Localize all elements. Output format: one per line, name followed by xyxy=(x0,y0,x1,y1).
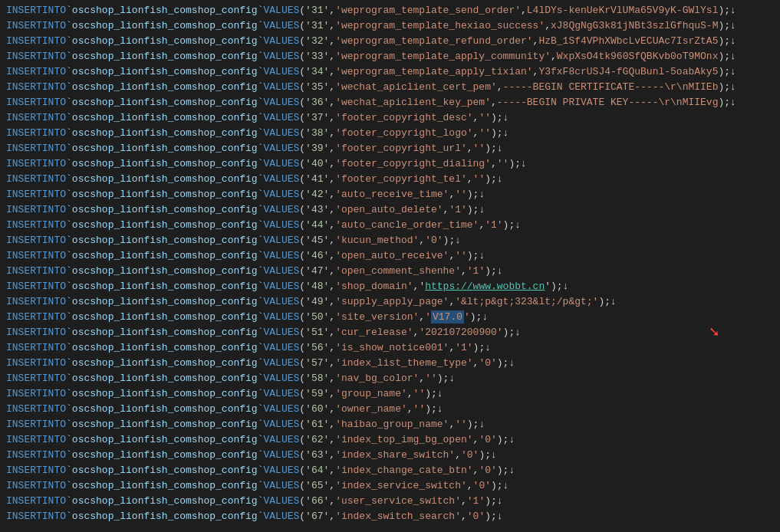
keyword-into: INTO xyxy=(42,402,66,417)
keyword-insert: INSERT xyxy=(6,402,42,417)
table-row: INSERT INTO `oscshop_lionfish_comshop_co… xyxy=(0,218,780,233)
keyword-insert: INSERT xyxy=(6,386,42,402)
keyword-insert: INSERT xyxy=(6,294,42,310)
table-row: INSERT INTO `oscshop_lionfish_comshop_co… xyxy=(0,294,780,310)
table-name: `oscshop_lionfish_comshop_config` xyxy=(66,432,263,448)
keyword-insert: INSERT xyxy=(6,233,42,248)
keyword-values: VALUES xyxy=(263,187,299,202)
keyword-into: INTO xyxy=(42,141,66,156)
keyword-into: INTO xyxy=(42,187,66,202)
table-row: INSERT INTO `oscshop_lionfish_comshop_co… xyxy=(0,49,780,64)
table-name: `oscshop_lionfish_comshop_config` xyxy=(66,218,263,233)
table-row: INSERT INTO `oscshop_lionfish_comshop_co… xyxy=(0,448,780,463)
table-name: `oscshop_lionfish_comshop_config` xyxy=(66,279,263,294)
table-row: INSERT INTO `oscshop_lionfish_comshop_co… xyxy=(0,141,780,156)
table-name: `oscshop_lionfish_comshop_config` xyxy=(66,340,263,356)
keyword-values: VALUES xyxy=(263,494,299,509)
code-editor: INSERT INTO `oscshop_lionfish_comshop_co… xyxy=(0,0,780,532)
table-row: INSERT INTO `oscshop_lionfish_comshop_co… xyxy=(0,478,780,494)
keyword-into: INTO xyxy=(42,494,66,509)
keyword-into: INTO xyxy=(42,233,66,248)
table-row: INSERT INTO `oscshop_lionfish_comshop_co… xyxy=(0,432,780,448)
keyword-into: INTO xyxy=(42,49,66,64)
table-name: `oscshop_lionfish_comshop_config` xyxy=(66,34,263,49)
table-name: `oscshop_lionfish_comshop_config` xyxy=(66,187,263,202)
keyword-values: VALUES xyxy=(263,325,299,340)
keyword-into: INTO xyxy=(42,432,66,448)
table-name: `oscshop_lionfish_comshop_config` xyxy=(66,202,263,218)
keyword-values: VALUES xyxy=(263,141,299,156)
table-row: INSERT INTO `oscshop_lionfish_comshop_co… xyxy=(0,202,780,218)
keyword-insert: INSERT xyxy=(6,432,42,448)
keyword-values: VALUES xyxy=(263,371,299,386)
keyword-values: VALUES xyxy=(263,340,299,356)
table-name: `oscshop_lionfish_comshop_config` xyxy=(66,95,263,110)
keyword-insert: INSERT xyxy=(6,478,42,494)
table-name: `oscshop_lionfish_comshop_config` xyxy=(66,172,263,187)
table-row: INSERT INTO `oscshop_lionfish_comshop_co… xyxy=(0,34,780,49)
table-name: `oscshop_lionfish_comshop_config` xyxy=(66,49,263,64)
table-name: `oscshop_lionfish_comshop_config` xyxy=(66,509,263,524)
keyword-values: VALUES xyxy=(263,402,299,417)
keyword-values: VALUES xyxy=(263,279,299,294)
keyword-into: INTO xyxy=(42,417,66,432)
table-name: `oscshop_lionfish_comshop_config` xyxy=(66,156,263,172)
keyword-insert: INSERT xyxy=(6,340,42,356)
keyword-insert: INSERT xyxy=(6,463,42,478)
keyword-insert: INSERT xyxy=(6,110,42,126)
table-name: `oscshop_lionfish_comshop_config` xyxy=(66,356,263,371)
keyword-values: VALUES xyxy=(263,110,299,126)
table-row: INSERT INTO `oscshop_lionfish_comshop_co… xyxy=(0,95,780,110)
table-row: INSERT INTO `oscshop_lionfish_comshop_co… xyxy=(0,310,780,325)
keyword-into: INTO xyxy=(42,386,66,402)
table-row: INSERT INTO `oscshop_lionfish_comshop_co… xyxy=(0,371,780,386)
keyword-into: INTO xyxy=(42,34,66,49)
keyword-insert: INSERT xyxy=(6,80,42,95)
keyword-insert: INSERT xyxy=(6,141,42,156)
keyword-into: INTO xyxy=(42,340,66,356)
table-name: `oscshop_lionfish_comshop_config` xyxy=(66,478,263,494)
keyword-insert: INSERT xyxy=(6,448,42,463)
table-row: INSERT INTO `oscshop_lionfish_comshop_co… xyxy=(0,356,780,371)
keyword-into: INTO xyxy=(42,248,66,264)
keyword-insert: INSERT xyxy=(6,49,42,64)
keyword-into: INTO xyxy=(42,294,66,310)
keyword-values: VALUES xyxy=(263,386,299,402)
keyword-into: INTO xyxy=(42,64,66,80)
table-name: `oscshop_lionfish_comshop_config` xyxy=(66,417,263,432)
keyword-insert: INSERT xyxy=(6,494,42,509)
keyword-insert: INSERT xyxy=(6,264,42,279)
keyword-insert: INSERT xyxy=(6,126,42,141)
table-row: INSERT INTO `oscshop_lionfish_comshop_co… xyxy=(0,386,780,402)
table-row: INSERT INTO `oscshop_lionfish_comshop_co… xyxy=(0,64,780,80)
keyword-into: INTO xyxy=(42,18,66,34)
keyword-insert: INSERT xyxy=(6,248,42,264)
keyword-values: VALUES xyxy=(263,310,299,325)
keyword-values: VALUES xyxy=(263,126,299,141)
keyword-values: VALUES xyxy=(263,3,299,18)
keyword-into: INTO xyxy=(42,478,66,494)
keyword-insert: INSERT xyxy=(6,371,42,386)
keyword-into: INTO xyxy=(42,356,66,371)
keyword-values: VALUES xyxy=(263,34,299,49)
keyword-into: INTO xyxy=(42,371,66,386)
table-name: `oscshop_lionfish_comshop_config` xyxy=(66,371,263,386)
keyword-insert: INSERT xyxy=(6,156,42,172)
keyword-values: VALUES xyxy=(263,95,299,110)
keyword-into: INTO xyxy=(42,202,66,218)
red-arrow-icon: ➘ xyxy=(709,325,719,340)
table-row: INSERT INTO `oscshop_lionfish_comshop_co… xyxy=(0,233,780,248)
keyword-into: INTO xyxy=(42,264,66,279)
keyword-into: INTO xyxy=(42,310,66,325)
keyword-into: INTO xyxy=(42,172,66,187)
keyword-insert: INSERT xyxy=(6,218,42,233)
table-name: `oscshop_lionfish_comshop_config` xyxy=(66,64,263,80)
keyword-values: VALUES xyxy=(263,248,299,264)
keyword-into: INTO xyxy=(42,156,66,172)
table-row: INSERT INTO `oscshop_lionfish_comshop_co… xyxy=(0,463,780,478)
table-row: INSERT INTO `oscshop_lionfish_comshop_co… xyxy=(0,248,780,264)
table-name: `oscshop_lionfish_comshop_config` xyxy=(66,310,263,325)
table-row: INSERT INTO `oscshop_lionfish_comshop_co… xyxy=(0,110,780,126)
table-row: INSERT INTO `oscshop_lionfish_comshop_co… xyxy=(0,509,780,524)
table-row: INSERT INTO `oscshop_lionfish_comshop_co… xyxy=(0,18,780,34)
